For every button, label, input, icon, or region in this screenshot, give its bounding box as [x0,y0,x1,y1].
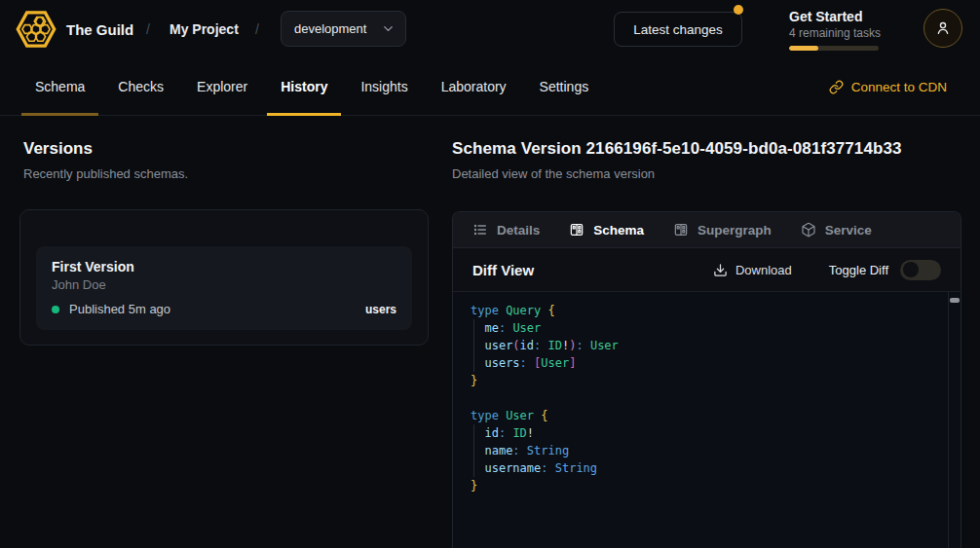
toggle-diff-switch[interactable] [900,260,941,280]
detail-tab-supergraph[interactable]: Supergraph [673,222,772,237]
project-breadcrumb[interactable]: My Project [170,0,239,58]
detail-tab-details[interactable]: Details [472,222,540,237]
connect-to-cdn-button[interactable]: Connect to CDN [829,80,959,94]
tab-settings[interactable]: Settings [526,58,603,115]
diff-view-toolbar: Diff View Download Toggle Diff [453,248,961,292]
tab-laboratory[interactable]: Laboratory [428,58,520,115]
tab-explorer[interactable]: Explorer [183,58,261,115]
tab-insights[interactable]: Insights [347,58,421,115]
hive-logo-icon[interactable] [15,7,57,52]
detail-tab-schema[interactable]: Schema [569,222,644,237]
version-list-item[interactable]: First Version John Doe Published 5m ago … [36,246,412,330]
breadcrumb-separator: / [255,0,259,58]
versions-subtitle: Recently published schemas. [23,166,188,181]
tab-checks[interactable]: Checks [104,58,177,115]
tab-history[interactable]: History [267,58,341,115]
version-service-badge: users [365,303,396,316]
versions-list-card: First Version John Doe Published 5m ago … [19,209,429,346]
tab-schema[interactable]: Schema [21,58,98,115]
get-started-progressbar [789,46,879,51]
code-scrollbar[interactable] [948,292,961,548]
get-started-subtitle: 4 remaining tasks [789,26,896,40]
user-avatar-button[interactable] [923,9,962,48]
scrollbar-thumb[interactable] [950,298,960,303]
toggle-diff-label: Toggle Diff [829,263,888,277]
schema-version-header: Schema Version 2166196f-5e10-4059-bd0a-0… [452,139,902,181]
schema-code-area: type Query { me: User user(id: ID!): Use… [453,292,961,548]
get-started-title: Get Started [789,9,896,24]
project-nav-tabs: Schema Checks Explorer History Insights … [0,58,980,116]
get-started-progress-fill [789,46,818,51]
list-icon [472,222,488,237]
detail-tab-label: Service [825,223,872,237]
chevron-down-icon [381,21,396,36]
download-button[interactable]: Download [713,263,792,277]
code-block: type Query { me: User user(id: ID!): Use… [453,292,948,548]
detail-tab-label: Schema [593,223,644,237]
org-breadcrumb[interactable]: The Guild [66,0,133,58]
version-meta-row: Published 5m ago users [52,302,396,316]
user-avatar-icon [934,19,952,37]
versions-header: Versions Recently published schemas. [23,139,188,181]
latest-changes-button[interactable]: Latest changes [614,12,742,47]
detail-tabs: Details Schema Supergraph [453,212,961,248]
versions-title: Versions [23,139,188,159]
link-icon [829,80,844,94]
schema-version-subtitle: Detailed view of the schema version [452,166,902,181]
top-header: The Guild / My Project / development Lat… [0,0,980,58]
target-selector-value: development [294,21,366,36]
app-window: The Guild / My Project / development Lat… [0,0,980,548]
cube-icon [801,222,816,237]
columns-icon [673,222,689,237]
download-label: Download [735,263,792,277]
toggle-knob [903,262,919,277]
columns-icon [569,222,584,237]
breadcrumb-separator: / [146,0,150,58]
schema-version-panel: Details Schema Supergraph [452,211,961,548]
download-icon [713,263,728,277]
get-started-widget[interactable]: Get Started 4 remaining tasks [789,9,896,51]
connect-to-cdn-label: Connect to CDN [851,80,947,94]
schema-version-title: Schema Version 2166196f-5e10-4059-bd0a-0… [452,139,902,159]
notification-dot [734,5,743,15]
detail-tab-service[interactable]: Service [801,222,872,237]
detail-tab-label: Supergraph [697,223,772,237]
target-selector-dropdown[interactable]: development [281,11,406,47]
diff-view-title: Diff View [472,262,534,278]
version-name: First Version [52,259,396,274]
version-status: Published 5m ago [69,302,170,316]
detail-tab-label: Details [497,223,540,237]
published-dot-icon [52,306,59,313]
indent-guide [473,319,474,372]
version-author: John Doe [52,277,396,292]
indent-guide [473,424,474,477]
